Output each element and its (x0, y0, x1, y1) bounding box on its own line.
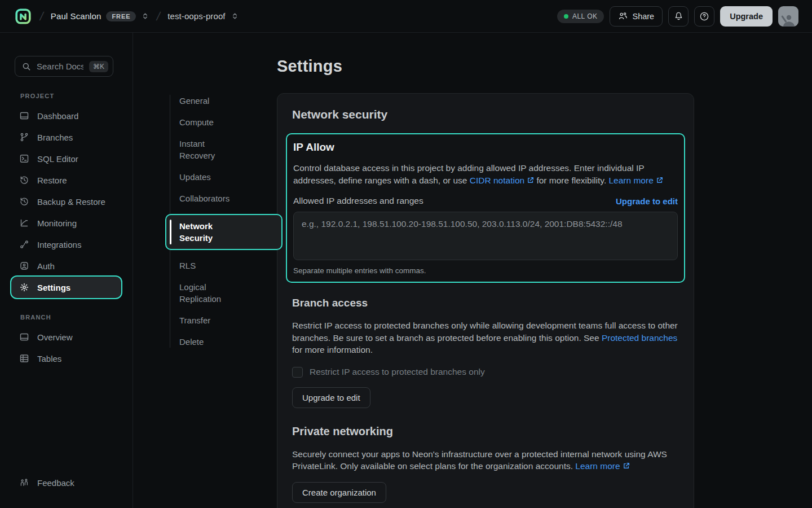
sidebar-item-feedback[interactable]: Feedback (11, 472, 121, 493)
search-icon (22, 62, 31, 71)
status-ok-dot (564, 14, 568, 19)
docs-search[interactable]: ⌘K (15, 56, 113, 77)
share-button[interactable]: Share (610, 6, 663, 27)
sidebar-item-integrations[interactable]: Integrations (11, 234, 121, 255)
integrations-icon (19, 239, 29, 249)
share-label: Share (632, 12, 654, 21)
upgrade-to-edit-link[interactable]: Upgrade to edit (616, 196, 678, 206)
settings-nav-general[interactable]: General (179, 95, 277, 107)
plan-badge: FREE (106, 11, 136, 21)
private-networking-title: Private networking (292, 425, 679, 438)
project-section-label: PROJECT (20, 93, 133, 99)
upgrade-button[interactable]: Upgrade (720, 6, 773, 27)
sidebar-item-branches[interactable]: Branches (11, 126, 121, 148)
settings-nav-delete[interactable]: Delete (179, 336, 277, 348)
feedback-people-icon (19, 478, 29, 488)
network-security-title: Network security (292, 108, 679, 121)
search-input[interactable] (37, 62, 83, 71)
branch-access-upgrade-button[interactable]: Upgrade to edit (292, 387, 370, 408)
create-organization-button[interactable]: Create organization (292, 482, 386, 503)
account-name: Paul Scanlon (51, 11, 102, 21)
chevron-updown-icon (231, 12, 239, 20)
private-networking-description: Securely connect your apps to Neon's inf… (292, 448, 679, 472)
tables-icon (19, 353, 29, 364)
breadcrumb-slash: / (156, 10, 162, 23)
status-badge[interactable]: ALL OK (557, 10, 604, 23)
branches-icon (19, 132, 29, 142)
breadcrumb-slash: / (38, 10, 45, 23)
cidr-notation-link[interactable]: CIDR notation (470, 176, 524, 185)
settings-nav-logical-replication[interactable]: Logical Replication (179, 281, 277, 305)
sidebar-item-sql-editor[interactable]: SQL Editor (11, 148, 121, 169)
status-label: ALL OK (572, 12, 598, 20)
settings-nav-instant-recovery[interactable]: Instant Recovery (179, 138, 277, 161)
notifications-button[interactable] (668, 6, 689, 27)
ip-allow-panel: IP Allow Control database access in this… (286, 133, 685, 283)
learn-more-link[interactable]: Learn more (575, 461, 620, 471)
protected-branches-link[interactable]: Protected branches (602, 333, 677, 343)
sidebar-item-monitoring[interactable]: Monitoring (11, 212, 121, 234)
main-content: Settings Network security IP Allow Contr… (277, 33, 694, 508)
chevron-updown-icon (141, 12, 149, 20)
neon-logo[interactable] (14, 7, 33, 26)
external-link-icon (527, 177, 534, 184)
sidebar-item-restore[interactable]: Restore (11, 169, 121, 191)
sidebar-item-tables[interactable]: Tables (11, 348, 121, 369)
project-selector[interactable]: test-oops-proof (167, 11, 239, 21)
ip-allow-description: Control database access in this project … (293, 162, 678, 186)
bell-icon (674, 11, 683, 21)
sidebar: ⌘K PROJECT Dashboard Branches (0, 33, 133, 508)
branch-section-label: BRANCH (20, 314, 133, 321)
ip-addresses-input[interactable] (293, 212, 678, 260)
monitoring-icon (19, 218, 29, 228)
network-security-card: Network security IP Allow Control databa… (277, 93, 694, 508)
auth-icon (19, 261, 29, 271)
ip-field-label: Allowed IP addresses and ranges (293, 196, 423, 206)
restore-icon (19, 175, 29, 185)
settings-nav-network-security[interactable]: Network Security (165, 214, 283, 250)
settings-nav-compute[interactable]: Compute (179, 116, 277, 128)
settings-nav-collaborators[interactable]: Collaborators (179, 192, 277, 204)
people-icon (618, 11, 628, 21)
ip-helper-text: Separate multiple entries with commas. (293, 266, 678, 275)
overview-icon (19, 332, 29, 342)
ip-allow-title: IP Allow (293, 141, 678, 154)
restrict-ip-checkbox[interactable] (292, 367, 303, 378)
search-shortcut: ⌘K (89, 61, 108, 72)
help-button[interactable] (694, 6, 714, 27)
avatar[interactable] (778, 6, 798, 27)
branch-access-description: Restrict IP access to protected branches… (292, 319, 679, 356)
settings-icon (19, 282, 29, 292)
branch-access-title: Branch access (292, 297, 679, 309)
external-link-icon (656, 177, 663, 184)
restrict-ip-checkbox-row: Restrict IP access to protected branches… (292, 367, 679, 378)
backup-restore-icon (19, 196, 29, 207)
sidebar-item-settings[interactable]: Settings (11, 277, 121, 298)
sidebar-item-auth[interactable]: Auth (11, 255, 121, 277)
settings-nav: General Compute Instant Recovery Updates… (170, 95, 277, 508)
settings-nav-rls[interactable]: RLS (179, 260, 277, 271)
question-icon (699, 11, 709, 21)
sidebar-item-backup-restore[interactable]: Backup & Restore (11, 191, 121, 212)
sidebar-item-overview[interactable]: Overview (11, 326, 121, 348)
dashboard-icon (19, 111, 29, 121)
page-title: Settings (277, 57, 694, 76)
sidebar-item-dashboard[interactable]: Dashboard (11, 105, 121, 126)
account-selector[interactable]: Paul Scanlon FREE (51, 11, 150, 21)
learn-more-link[interactable]: Learn more (609, 176, 654, 185)
top-header: / Paul Scanlon FREE / test-oops-proof AL… (0, 0, 812, 33)
restrict-ip-checkbox-label: Restrict IP access to protected branches… (310, 367, 485, 377)
external-link-icon (623, 462, 630, 470)
project-name: test-oops-proof (167, 11, 225, 21)
settings-nav-transfer[interactable]: Transfer (179, 314, 277, 326)
settings-nav-updates[interactable]: Updates (179, 171, 277, 183)
sql-editor-icon (19, 154, 29, 164)
